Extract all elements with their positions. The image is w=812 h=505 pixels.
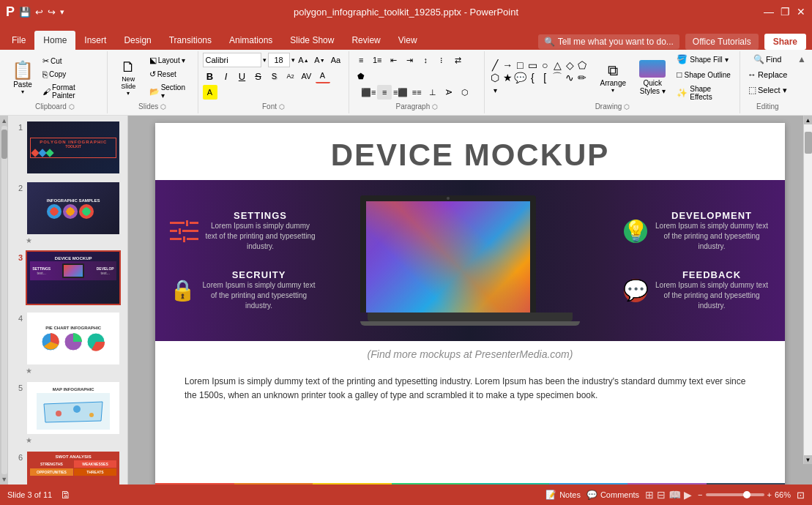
reset-button[interactable]: ↺ Reset [146, 68, 193, 81]
slide-img-2[interactable]: INFOGRAPHIC SAMPLES [26, 181, 121, 236]
shadow-button[interactable]: S [267, 69, 282, 83]
paste-button[interactable]: 📋 Paste ▾ [7, 58, 38, 98]
oval-shape[interactable]: ○ [539, 59, 551, 71]
slide-thumb-3[interactable]: 3 DEVICE MOCKUP SETTINGS text... [11, 249, 124, 307]
font-size-arrow-icon[interactable]: ▾ [291, 56, 295, 64]
zoom-out-button[interactable]: − [698, 490, 702, 499]
wave-shape[interactable]: ∿ [564, 72, 576, 83]
new-slide-button[interactable]: 🗋 NewSlide ▾ [112, 58, 145, 98]
restore-button[interactable]: ❐ [780, 7, 790, 17]
tab-home[interactable]: Home [34, 31, 75, 50]
italic-button[interactable]: I [219, 69, 234, 83]
tab-review[interactable]: Review [343, 31, 389, 50]
layout-button[interactable]: ⬕ Layout ▾ [146, 54, 193, 67]
decrease-font-button[interactable]: A▼ [313, 53, 327, 67]
align-center-button[interactable]: ≡ [377, 85, 392, 100]
cut-button[interactable]: ✂Cut [40, 55, 103, 67]
justify-button[interactable]: ≡≡ [409, 85, 424, 100]
hexagon-shape[interactable]: ⬡ [489, 72, 501, 83]
vertical-align-button[interactable]: ⊥ [425, 85, 440, 100]
save-button[interactable]: 💾 [19, 7, 31, 18]
font-name-input[interactable] [203, 53, 261, 67]
panel-down-button[interactable]: ▼ [1, 476, 7, 483]
arc-shape[interactable]: ⌒ [551, 72, 563, 83]
pentagon-shape[interactable]: ⬠ [576, 59, 588, 71]
tab-slideshow[interactable]: Slide Show [281, 31, 343, 50]
close-button[interactable]: ✕ [796, 7, 806, 17]
minimize-button[interactable]: — [764, 7, 774, 17]
align-left-button[interactable]: ⬛≡ [361, 85, 376, 100]
office-tutorials-button[interactable]: Office Tutorials [685, 34, 759, 50]
decrease-indent-button[interactable]: ⇤ [386, 53, 401, 67]
copy-button[interactable]: ⎘Copy [40, 68, 103, 81]
panel-up-button[interactable]: ▲ [1, 117, 7, 124]
slide-thumb-5[interactable]: 5 MAP INFOGRAPHIC [11, 379, 124, 446]
replace-button[interactable]: ↔ Replace [745, 68, 790, 81]
bold-button[interactable]: B [203, 69, 217, 83]
notes-button[interactable]: 📝 Notes [545, 490, 581, 500]
normal-view-button[interactable]: ⊞ [645, 489, 654, 501]
slide-img-3[interactable]: DEVICE MOCKUP SETTINGS text... DEVELOP t… [26, 250, 121, 305]
bracket-shape[interactable]: [ [539, 72, 551, 83]
line-shape[interactable]: ╱ [489, 59, 501, 71]
star-shape[interactable]: ★ [502, 72, 513, 83]
convert-smartart-button[interactable]: ⬡ [458, 85, 472, 100]
text-direction-button[interactable]: A [442, 85, 456, 100]
shape-effects-button[interactable]: ✨ Shape Effects [674, 83, 735, 102]
tab-animations[interactable]: Animations [220, 31, 281, 50]
slide-thumb-1[interactable]: 1 POLYGON INFOGRAPHIC TOOLKIT [11, 119, 124, 176]
font-name-arrow-icon[interactable]: ▾ [263, 56, 267, 64]
slideshow-view-button[interactable]: ▶ [684, 489, 692, 501]
slide-thumb-4[interactable]: 4 PIE CHART INFOGRAPHIC [11, 310, 124, 376]
find-button[interactable]: 🔍 Find [750, 53, 784, 66]
zoom-slider[interactable] [706, 493, 764, 496]
tab-design[interactable]: Design [115, 31, 160, 50]
brace-shape[interactable]: { [526, 72, 538, 83]
strikethrough-button[interactable]: S [251, 69, 266, 83]
rounded-rect-shape[interactable]: ▭ [526, 59, 538, 71]
section-button[interactable]: 📂 Section ▾ [146, 82, 193, 101]
increase-font-button[interactable]: A▲ [297, 53, 311, 67]
slide-sorter-button[interactable]: ⊟ [657, 489, 666, 501]
tab-file[interactable]: File [3, 31, 34, 50]
slide-thumb-6[interactable]: 6 SWOT ANALYSIS STRENGTHS WEAKNESSES OPP… [11, 449, 124, 485]
freeform-shape[interactable]: ✏ [576, 72, 588, 83]
char-spacing-button[interactable]: AV [299, 69, 314, 83]
customize-icon[interactable]: ▾ [60, 7, 64, 17]
share-button[interactable]: Share [764, 34, 806, 50]
shape-outline-button[interactable]: □ Shape Outline [674, 68, 735, 81]
slide-img-5[interactable]: MAP INFOGRAPHIC [26, 381, 121, 435]
increase-indent-button[interactable]: ⇥ [402, 53, 417, 67]
redo-button[interactable]: ↪ [48, 7, 56, 18]
callout-shape[interactable]: 💬 [514, 72, 526, 83]
fit-page-button[interactable]: ⊡ [797, 490, 805, 501]
tell-me-input[interactable]: 🔍 Tell me what you want to do... [538, 34, 679, 49]
format-painter-button[interactable]: 🖌Format Painter [40, 82, 103, 101]
highlight-button[interactable]: A [203, 85, 217, 100]
shape-fill-button[interactable]: 🪣 Shape Fill ▾ [674, 53, 735, 66]
line-spacing-button[interactable]: ↕ [418, 53, 433, 67]
arrange-button[interactable]: ⧉ Arrange ▾ [595, 56, 631, 100]
ribbon-collapse-button[interactable]: ▲ [794, 51, 809, 113]
rtl-button[interactable]: ⇄ [450, 53, 465, 67]
smartart-button[interactable]: ⬟ [354, 69, 368, 83]
arrow-shape[interactable]: → [502, 59, 513, 71]
align-right-button[interactable]: ≡⬛ [393, 85, 408, 100]
slide-img-6[interactable]: SWOT ANALYSIS STRENGTHS WEAKNESSES OPPOR… [26, 450, 121, 485]
select-button[interactable]: ⬚ Select ▾ [745, 83, 790, 97]
undo-button[interactable]: ↩ [35, 7, 43, 18]
tab-insert[interactable]: Insert [75, 31, 115, 50]
triangle-shape[interactable]: △ [551, 59, 563, 71]
scroll-up-button[interactable]: ▲ [804, 116, 812, 124]
columns-button[interactable]: ⫶ [434, 53, 449, 67]
bullet-list-button[interactable]: ≡ [354, 53, 368, 67]
quick-styles-button[interactable]: Quick Styles ▾ [634, 56, 671, 100]
number-list-button[interactable]: 1≡ [370, 53, 384, 67]
underline-button[interactable]: U [235, 69, 250, 83]
reading-view-button[interactable]: 📖 [668, 489, 681, 501]
slide-img-1[interactable]: POLYGON INFOGRAPHIC TOOLKIT [26, 120, 121, 175]
comments-button[interactable]: 💬 Comments [586, 490, 639, 500]
scroll-thumb[interactable] [805, 132, 812, 154]
clear-format-button[interactable]: Aa [329, 53, 343, 67]
font-size-input[interactable] [268, 53, 290, 67]
